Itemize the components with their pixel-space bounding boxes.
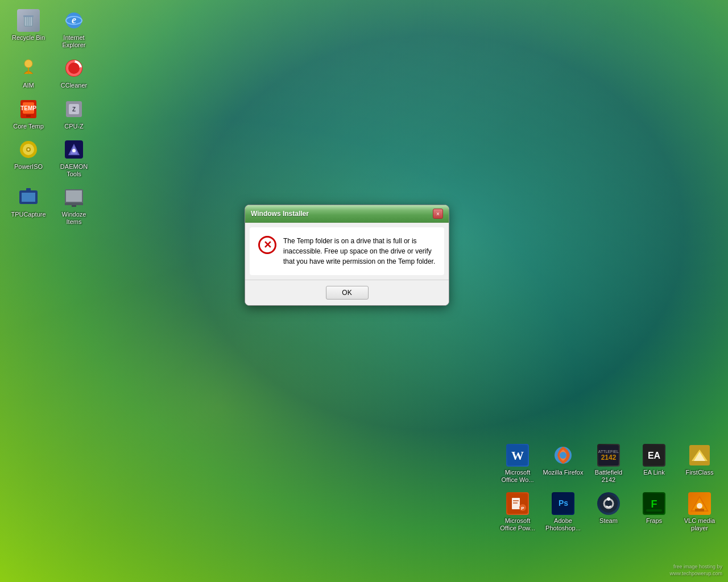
desktop-icon-photoshop[interactable]: Ps Adobe Photoshop... [540,489,586,535]
svg-text:Ps: Ps [559,498,568,508]
tpu-icon [17,186,40,209]
svg-rect-32 [72,205,76,207]
svg-text:2142: 2142 [601,454,617,462]
desktop-icon-firstclass[interactable]: FirstClass [677,440,722,487]
svg-rect-30 [66,190,82,202]
dialog-titlebar: Windows Installer × [245,205,449,223]
icon-row-1: Recycle Bin e Internet Explorer [6,6,97,53]
svg-rect-14 [26,115,31,117]
svg-rect-27 [22,193,35,202]
desktop-icon-cpuz[interactable]: Z CPU-Z [51,94,97,134]
desktop-icon-daemon[interactable]: DAEMON Tools [51,135,97,181]
desktop-icon-firefox[interactable]: Mozilla Firefox [540,440,586,487]
windows-installer-dialog: Windows Installer × ✕ The Temp folder is… [245,205,449,306]
desktop-icon-coretemp[interactable]: TEMP Core Temp [6,94,51,134]
svg-text:EA: EA [648,451,661,460]
word-label: Microsoft Office Wo... [497,469,538,484]
poweriso-icon [17,138,40,161]
recycle-bin-icon [17,9,40,32]
ppt-icon: P [506,492,529,515]
cpuz-icon: Z [63,98,85,120]
aim-icon [17,57,40,80]
word-icon: W [506,444,529,467]
desktop-icon-recycle-bin[interactable]: Recycle Bin [6,6,51,52]
svg-text:F: F [651,498,657,510]
aim-label: AIM [23,82,34,89]
desktop-icon-ie[interactable]: e Internet Explorer [51,6,97,52]
icon-row-5: TPUCapture Windoze Items [6,182,97,230]
icon-row-4: PowerISO DAEMON Tools [6,135,97,182]
desktop-icon-word[interactable]: W Microsoft Office Wo... [495,440,540,487]
svg-text:W: W [511,448,524,463]
coretemp-label: Core Temp [13,123,44,130]
ok-button[interactable]: OK [326,286,369,300]
svg-text:P: P [521,506,524,511]
desktop-icon-bf2142[interactable]: BATTLEFIELD 2142 Battlefield 2142 [586,440,631,487]
bf2142-label: Battlefield 2142 [588,469,629,484]
svg-text:TEMP: TEMP [20,105,36,111]
ie-icon: e [63,9,85,32]
desktop-icon-poweriso[interactable]: PowerISO [6,135,51,181]
desktop-icons-left: Recycle Bin e Internet Explorer [6,6,97,231]
watermark: free image hosting by www.techpowerup.co… [669,563,722,577]
windoze-icon [63,186,85,209]
recycle-bin-label: Recycle Bin [12,34,45,41]
error-icon: ✕ [258,236,276,254]
photoshop-label: Adobe Photoshop... [543,517,584,532]
photoshop-icon: Ps [552,492,574,515]
desktop-icon-vlc[interactable]: VLC media player [677,489,722,535]
desktop-icon-fraps[interactable]: F Fraps [631,489,677,535]
dialog-body: ✕ The Temp folder is on a drive that is … [250,227,444,275]
dialog-title: Windows Installer [251,210,309,218]
svg-rect-1 [23,15,34,17]
svg-text:Z: Z [72,106,76,113]
svg-rect-48 [513,502,518,504]
desktop-icon-tpu[interactable]: TPUCapture [6,182,51,229]
poweriso-label: PowerISO [14,163,43,171]
bf2142-icon: BATTLEFIELD 2142 [597,444,620,467]
daemon-label: DAEMON Tools [53,163,94,178]
svg-point-36 [560,452,566,459]
svg-point-8 [24,60,32,68]
ealink-icon: EA [643,444,665,467]
ccleaner-icon [63,57,85,80]
desktop-icon-ccleaner[interactable]: CCleaner [51,53,97,93]
svg-text:BATTLEFIELD: BATTLEFIELD [598,450,619,454]
svg-rect-61 [695,509,704,512]
bottom-icon-row-2: P Microsoft Office Pow... Ps Adobe Photo… [495,489,722,537]
cpuz-label: CPU-Z [64,123,84,130]
firstclass-icon [688,444,711,467]
ealink-label: EA Link [643,469,664,476]
desktop-icon-steam[interactable]: Steam [586,489,631,535]
ppt-label: Microsoft Office Pow... [497,517,538,532]
firstclass-label: FirstClass [686,469,714,476]
desktop-icon-ealink[interactable]: EA EA Link [631,440,677,487]
desktop: Recycle Bin e Internet Explorer [0,0,728,582]
desktop-icon-ppt[interactable]: P Microsoft Office Pow... [495,489,540,535]
svg-rect-28 [26,188,31,191]
svg-rect-31 [65,203,83,205]
svg-rect-47 [513,500,519,501]
tpu-label: TPUCapture [11,211,46,218]
ie-label: Internet Explorer [53,34,94,49]
svg-point-62 [697,503,702,509]
steam-icon [597,492,620,515]
coretemp-icon: TEMP [17,98,40,120]
firefox-icon [552,444,574,467]
dialog-message: The Temp folder is on a drive that is fu… [283,236,436,267]
steam-label: Steam [599,517,618,525]
dialog-close-button[interactable]: × [433,209,443,219]
fraps-label: Fraps [646,517,662,525]
ccleaner-label: CCleaner [61,82,87,89]
fraps-icon: F [643,492,665,515]
svg-point-25 [72,149,76,152]
daemon-icon [63,138,85,161]
svg-point-55 [607,497,610,501]
desktop-icon-windoze[interactable]: Windoze Items [51,182,97,229]
desktop-icon-aim[interactable]: AIM [6,53,51,93]
windoze-label: Windoze Items [53,211,94,226]
svg-rect-58 [646,509,662,512]
vlc-icon [688,492,711,515]
icon-row-2: AIM CCleaner [6,53,97,94]
watermark-line2: www.techpowerup.com [669,570,722,577]
